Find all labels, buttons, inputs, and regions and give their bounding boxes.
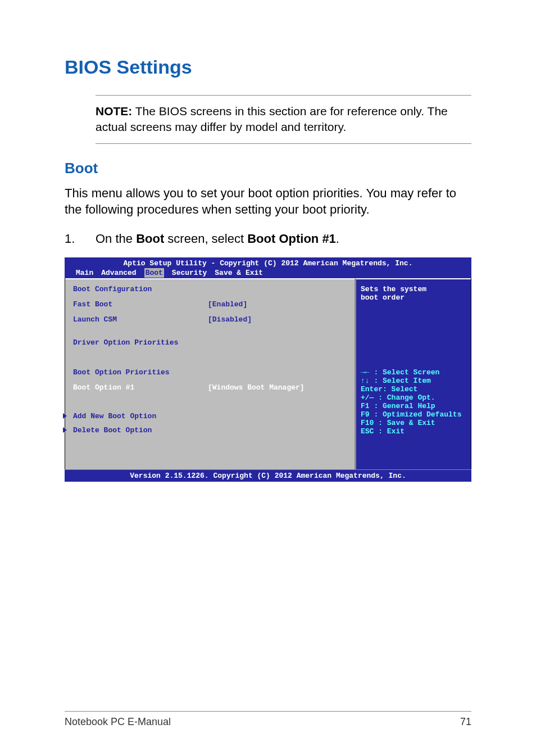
note-text: The BIOS screens in this section are for… [96,105,448,133]
bios-screenshot: Aptio Setup Utility - Copyright (C) 2012… [65,257,471,482]
footer-doc-title: Notebook PC E-Manual [65,716,171,728]
add-new-boot-option: Add New Boot Option [73,412,347,420]
step-1: 1.On the Boot screen, select Boot Option… [65,230,471,247]
bios-tab-bar: MainAdvancedBootSecuritySave & Exit [65,268,471,278]
launch-csm-label: Launch CSM [73,315,208,324]
bios-title-bar: Aptio Setup Utility - Copyright (C) 2012… [65,257,471,268]
tab-security: Security [172,269,207,277]
bios-left-panel: Boot Configuration Fast Boot [Enabled] L… [65,278,356,469]
tab-save-exit: Save & Exit [215,269,263,277]
page-title: BIOS Settings [65,56,471,78]
fast-boot-value: [Enabled] [208,300,247,309]
tab-boot: Boot [144,268,164,278]
fast-boot-label: Fast Boot [73,300,208,309]
launch-csm-value: [Disabled] [208,315,252,324]
step-text-mid: screen, select [164,232,247,246]
key-exit: ESC : Exit [361,427,466,436]
step-number: 1. [65,230,96,247]
step-bold-boot: Boot [136,232,164,246]
boot-option-1-label: Boot Option #1 [73,383,208,392]
delete-boot-option: Delete Boot Option [73,426,347,434]
page-footer: Notebook PC E-Manual 71 [65,711,471,728]
bios-footer: Version 2.15.1226. Copyright (C) 2012 Am… [65,469,471,482]
step-bold-option: Boot Option #1 [247,232,336,246]
key-save-exit: F10 : Save & Exit [361,419,466,427]
boot-configuration-heading: Boot Configuration [73,285,208,293]
key-select-item: ↑↓ : Select Item [361,377,466,385]
key-select-screen: →← : Select Screen [361,368,466,377]
delete-boot-option-label: Delete Boot Option [73,426,152,434]
tab-main: Main [76,269,93,277]
add-new-boot-option-label: Add New Boot Option [73,412,156,420]
boot-option-1-value: [Windows Boot Manager] [208,383,305,392]
chevron-right-icon [63,413,67,419]
bios-right-panel: Sets the system boot order →← : Select S… [356,278,471,469]
note-box: NOTE: The BIOS screens in this section a… [96,95,471,144]
chevron-right-icon [63,427,67,433]
key-optimized-defaults: F9 : Optimized Defaults [361,410,466,419]
step-text-post: . [336,232,339,246]
key-change-opt: +/— : Change Opt. [361,393,466,402]
driver-priorities-heading: Driver Option Priorities [73,338,347,347]
help-description-line2: boot order [361,293,466,302]
boot-priorities-heading: Boot Option Priorities [73,368,347,377]
key-general-help: F1 : General Help [361,402,466,410]
step-text-pre: On the [96,232,136,246]
help-description-line1: Sets the system [361,285,466,293]
intro-paragraph: This menu allows you to set your boot op… [65,185,471,218]
footer-page-number: 71 [460,716,471,728]
tab-advanced: Advanced [101,269,136,277]
key-enter-select: Enter: Select [361,385,466,393]
note-label: NOTE: [96,105,132,117]
section-heading-boot: Boot [65,160,471,177]
